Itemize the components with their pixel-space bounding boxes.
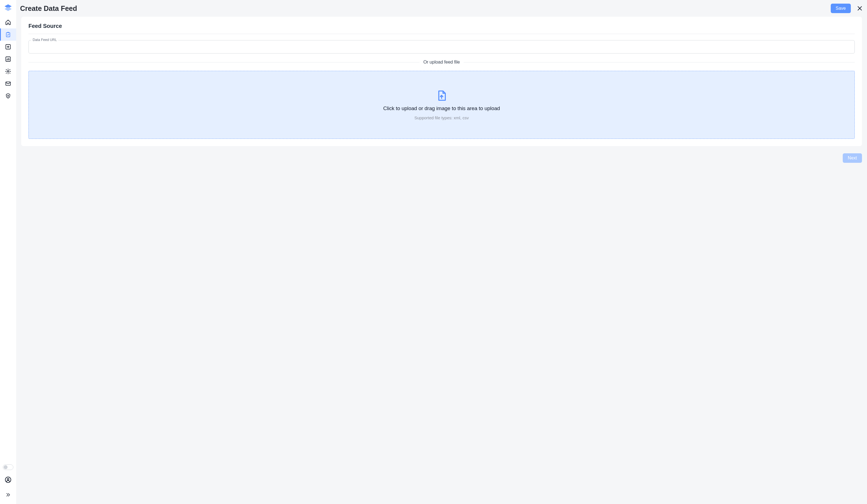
sidebar-item-settings[interactable] — [0, 65, 16, 77]
sidebar-item-reports[interactable] — [0, 53, 16, 65]
svg-point-10 — [7, 478, 9, 480]
upload-dropzone[interactable]: Click to upload or drag image to this ar… — [29, 71, 855, 139]
sidebar-account[interactable] — [3, 474, 13, 485]
gear-icon — [5, 68, 11, 74]
sidebar-item-security[interactable] — [0, 90, 16, 102]
topbar-actions: Save — [831, 4, 864, 13]
dropzone-title: Click to upload or drag image to this ar… — [383, 105, 500, 111]
close-button[interactable] — [856, 4, 864, 12]
content: Feed Source Data Feed URL Or upload feed… — [16, 17, 867, 504]
svg-point-6 — [7, 70, 9, 72]
divider-text: Or upload feed file — [424, 60, 460, 65]
close-icon — [857, 5, 863, 11]
sidebar-expand[interactable] — [3, 490, 13, 500]
svg-marker-1 — [4, 7, 12, 11]
sidebar-item-feeds[interactable] — [0, 29, 16, 41]
user-circle-icon — [5, 476, 11, 483]
home-icon — [5, 19, 11, 25]
dropzone-subtitle: Supported file types: xml, csv — [414, 116, 469, 120]
file-upload-icon — [436, 90, 447, 101]
page-title: Create Data Feed — [20, 4, 77, 12]
svg-rect-2 — [7, 33, 10, 37]
svg-rect-3 — [7, 32, 9, 33]
feed-source-card: Feed Source Data Feed URL Or upload feed… — [21, 17, 862, 146]
divider-line — [29, 62, 419, 63]
next-button[interactable]: Next — [843, 153, 862, 163]
topbar: Create Data Feed Save — [16, 0, 867, 17]
upload-divider: Or upload feed file — [29, 60, 855, 65]
footer-actions: Next — [21, 153, 862, 163]
theme-toggle[interactable] — [3, 464, 13, 470]
divider-line — [464, 62, 855, 63]
logo-icon — [4, 4, 12, 12]
card-title: Feed Source — [29, 23, 855, 34]
sidebar-item-add[interactable] — [0, 41, 16, 53]
chevrons-right-icon — [5, 492, 11, 497]
data-feed-url-field: Data Feed URL — [29, 40, 855, 54]
clipboard-check-icon — [5, 32, 11, 37]
mail-icon — [5, 80, 11, 87]
bar-chart-icon — [5, 56, 11, 62]
sidebar-nav — [0, 16, 16, 102]
save-button[interactable]: Save — [831, 4, 851, 13]
data-feed-url-input[interactable] — [29, 40, 855, 54]
sidebar — [0, 0, 16, 504]
sidebar-bottom — [0, 464, 16, 504]
sidebar-item-home[interactable] — [0, 16, 16, 29]
toggle-knob — [4, 465, 8, 469]
sidebar-item-mail[interactable] — [0, 77, 16, 90]
app-logo[interactable] — [3, 3, 13, 13]
plus-square-icon — [5, 44, 11, 50]
data-feed-url-label: Data Feed URL — [31, 38, 58, 42]
shield-key-icon — [5, 93, 11, 99]
